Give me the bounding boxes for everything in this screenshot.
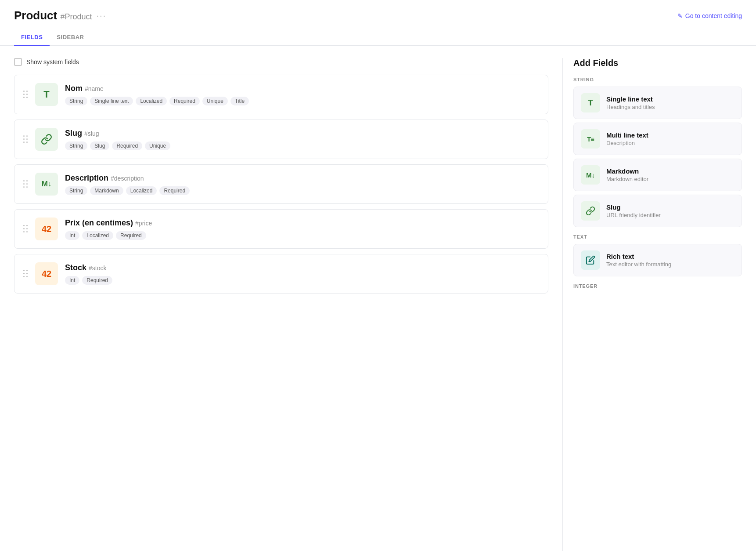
field-name-slug: Slug #slug [65, 129, 539, 138]
tag: Required [159, 186, 190, 195]
field-type-icon-markdown: M↓ [581, 165, 600, 185]
field-type-icon-slug [581, 201, 600, 221]
field-card-price[interactable]: 42 Prix (en centimes) #price Int Localiz… [14, 209, 548, 249]
field-hash-description: #description [111, 175, 144, 182]
show-system-fields-label: Show system fields [26, 58, 79, 65]
field-type-name-multi-line: Multi line text [606, 131, 734, 139]
field-info-slug: Slug #slug String Slug Required Unique [65, 129, 539, 150]
field-hash-nom: #name [85, 85, 104, 92]
field-icon-nom: T [35, 83, 58, 106]
field-type-desc-multi-line: Description [606, 140, 734, 146]
field-tags-nom: String Single line text Localized Requir… [65, 97, 539, 105]
tag: Required [112, 141, 142, 150]
field-icon-description: M↓ [35, 173, 58, 196]
field-card-nom[interactable]: T Nom #name String Single line text Loca… [14, 75, 548, 114]
app-container: Product #Product ··· ✎ Go to content edi… [0, 0, 756, 551]
field-type-name-single-line: Single line text [606, 95, 734, 103]
field-tags-slug: String Slug Required Unique [65, 141, 539, 150]
section-label-text: TEXT [573, 234, 742, 239]
tag: Int [65, 231, 79, 240]
tag: Unique [202, 97, 228, 105]
tag: Required [116, 231, 146, 240]
main-content: Show system fields T Nom #name String Si… [0, 46, 756, 551]
field-type-rich-text[interactable]: Rich text Text editor with formatting [573, 244, 742, 276]
tag: Slug [90, 141, 109, 150]
field-tags-price: Int Localized Required [65, 231, 539, 240]
tab-fields[interactable]: FIELDS [14, 29, 50, 46]
field-info-price: Prix (en centimes) #price Int Localized … [65, 218, 539, 240]
field-type-desc-rich-text: Text editor with formatting [606, 261, 734, 268]
tag: Localized [126, 186, 157, 195]
left-panel: Show system fields T Nom #name String Si… [14, 58, 559, 551]
show-system-fields-checkbox[interactable] [14, 58, 22, 66]
field-card-stock[interactable]: 42 Stock #stock Int Required [14, 254, 548, 294]
drag-handle-nom[interactable] [23, 91, 28, 98]
field-type-name-rich-text: Rich text [606, 253, 734, 260]
section-label-string: STRING [573, 77, 742, 82]
tag: Required [169, 97, 200, 105]
field-type-info-slug: Slug URL friendly identifier [606, 203, 734, 218]
drag-handle-stock[interactable] [23, 270, 28, 278]
add-fields-title: Add Fields [573, 58, 742, 68]
edit-icon: ✎ [677, 12, 683, 19]
panel-divider [562, 58, 563, 551]
tabs: FIELDS SIDEBAR [0, 29, 756, 46]
field-type-icon-single-line: T [581, 93, 600, 112]
field-tags-stock: Int Required [65, 276, 539, 285]
section-label-integer: INTEGER [573, 283, 742, 289]
field-card-description[interactable]: M↓ Description #description String Markd… [14, 164, 548, 204]
tag: Localized [82, 231, 113, 240]
page-title: Product #Product [14, 9, 92, 22]
field-type-multi-line[interactable]: T≡ Multi line text Description [573, 123, 742, 155]
header: Product #Product ··· ✎ Go to content edi… [0, 0, 756, 22]
field-name-stock: Stock #stock [65, 263, 539, 272]
field-name-description: Description #description [65, 174, 539, 183]
field-name-price: Prix (en centimes) #price [65, 218, 539, 228]
field-type-name-markdown: Markdown [606, 167, 734, 175]
field-type-markdown[interactable]: M↓ Markdown Markdown editor [573, 159, 742, 191]
field-type-info-rich-text: Rich text Text editor with formatting [606, 253, 734, 268]
field-hash-price: #price [135, 220, 152, 227]
tab-sidebar[interactable]: SIDEBAR [50, 29, 91, 46]
tag: Single line text [90, 97, 133, 105]
tag: Localized [136, 97, 167, 105]
field-hash-slug: #slug [84, 130, 99, 137]
field-type-single-line[interactable]: T Single line text Headings and titles [573, 87, 742, 119]
field-type-desc-markdown: Markdown editor [606, 176, 734, 182]
field-type-desc-slug: URL friendly identifier [606, 212, 734, 218]
go-to-editing-label: Go to content editing [685, 12, 742, 19]
drag-handle-description[interactable] [23, 180, 28, 188]
tag: String [65, 141, 87, 150]
field-name-nom: Nom #name [65, 84, 539, 93]
field-icon-price: 42 [35, 218, 58, 240]
field-type-info-single-line: Single line text Headings and titles [606, 95, 734, 110]
tag: Markdown [90, 186, 123, 195]
tag: String [65, 97, 87, 105]
drag-handle-slug[interactable] [23, 135, 28, 143]
field-info-stock: Stock #stock Int Required [65, 263, 539, 285]
field-icon-stock: 42 [35, 262, 58, 285]
field-type-info-multi-line: Multi line text Description [606, 131, 734, 146]
field-type-icon-rich-text [581, 250, 600, 270]
field-info-description: Description #description String Markdown… [65, 174, 539, 195]
field-type-slug[interactable]: Slug URL friendly identifier [573, 195, 742, 227]
page-hash: #Product [60, 12, 92, 21]
tag: String [65, 186, 87, 195]
tag: Unique [145, 141, 170, 150]
tag: Int [65, 276, 79, 285]
header-right: ✎ Go to content editing [677, 12, 742, 19]
field-type-name-slug: Slug [606, 203, 734, 211]
go-to-editing-link[interactable]: ✎ Go to content editing [677, 12, 742, 19]
field-card-slug[interactable]: Slug #slug String Slug Required Unique [14, 120, 548, 159]
show-system-fields-row: Show system fields [14, 58, 548, 66]
field-tags-description: String Markdown Localized Required [65, 186, 539, 195]
field-hash-stock: #stock [89, 265, 106, 272]
field-icon-slug [35, 128, 58, 151]
header-left: Product #Product ··· [14, 9, 106, 22]
more-options-button[interactable]: ··· [97, 11, 107, 21]
tag: Title [230, 97, 249, 105]
field-type-info-markdown: Markdown Markdown editor [606, 167, 734, 182]
field-info-nom: Nom #name String Single line text Locali… [65, 84, 539, 105]
drag-handle-price[interactable] [23, 225, 28, 233]
right-panel: Add Fields STRING T Single line text Hea… [566, 58, 742, 551]
